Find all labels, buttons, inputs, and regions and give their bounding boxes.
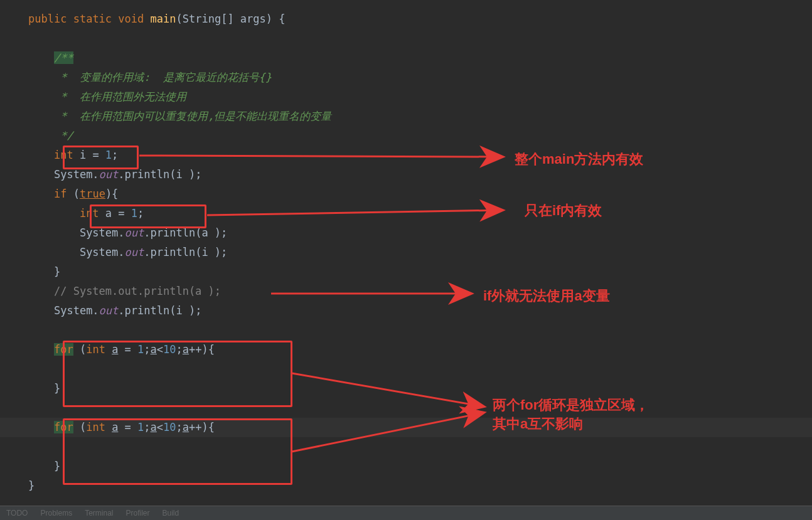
annotation-for-1: 两个for循环是独立区域， [493,396,649,414]
for2-s2: ; [176,421,183,433]
for2-a2: a [151,421,157,433]
for2-int: int [86,421,105,433]
bottom-toolbar[interactable]: TODO Problems Terminal Profiler Build [0,506,812,520]
kw-public: public [28,13,67,25]
doc2: 在作用范围外无法使用 [80,90,186,103]
sig: (String[] args) { [176,13,286,25]
doc2-star: * [54,90,80,103]
kw-for1: for [54,343,73,356]
for2-a1: a [112,421,118,433]
for1-s1: ; [144,343,150,356]
brace3: } [54,460,60,472]
for2-sp [105,421,112,433]
kw-int-a: int [80,207,99,220]
annotation-if-out: if外就无法使用a变量 [483,287,610,305]
kw-int-i: int [54,149,73,161]
problems-tab[interactable]: Problems [40,506,72,520]
doc3-star: * [54,110,80,122]
out4: out [99,304,119,317]
kw-true: true [80,188,105,200]
int-i-rest: i = [73,149,105,161]
println-i3: .println(i ); [118,304,201,317]
semi2: ; [137,207,144,220]
for2-10: 10 [163,421,176,433]
annotation-if: 只在if内有效 [525,202,602,220]
for2-a3: a [183,421,189,433]
kw-for2: for [54,421,73,433]
sys3: System. [80,246,125,258]
doc-close: */ [54,129,73,142]
annotation-for-2: 其中a互不影响 [493,415,583,433]
kw-void: void [118,13,144,25]
code-editor[interactable]: public static void main(String[] args) {… [28,9,331,496]
for1-s2: ; [176,343,183,356]
build-tab[interactable]: Build [163,506,179,520]
doc3: 在作用范围内可以重复使用,但是不能出现重名的变量 [80,110,331,122]
brace4: } [28,479,35,492]
if-paren: ( [67,188,79,200]
kw-if: if [54,188,67,200]
out3: out [125,246,144,258]
for1-1: 1 [137,343,144,356]
if-close: ){ [105,188,118,200]
sys2: System. [80,226,125,239]
num-1b: 1 [131,207,137,220]
brace2: } [54,382,60,395]
kw-static: static [73,13,112,25]
for1-lt: < [157,343,163,356]
for2-lt: < [157,421,163,433]
terminal-tab[interactable]: Terminal [85,506,113,520]
doc-open: /** [54,51,73,64]
for2-inc: ++){ [189,421,215,433]
comment-sysout: // System.out.println(a ); [54,285,221,297]
for1-sp [105,343,112,356]
for2-eq: = [118,421,137,433]
println-a: .println(a ); [144,226,227,239]
for1-10: 10 [163,343,176,356]
for2-open: ( [73,421,86,433]
for1-a3: a [183,343,189,356]
int-a-rest: a = [99,207,131,220]
for1-a2: a [151,343,157,356]
profiler-tab[interactable]: Profiler [126,506,150,520]
println1: .println(i ); [118,168,201,181]
println-i2: .println(i ); [144,246,227,258]
num-1: 1 [105,149,112,161]
annotation-main: 整个main方法内有效 [515,151,643,168]
for2-1: 1 [137,421,144,433]
semi: ; [112,149,118,161]
sys4: System. [54,304,99,317]
for1-eq: = [118,343,137,356]
for1-a1: a [112,343,118,356]
for1-int: int [86,343,105,356]
doc1-star: * [54,71,80,83]
for1-open: ( [73,343,86,356]
for2-s1: ; [144,421,150,433]
todo-tab[interactable]: TODO [6,506,28,520]
for1-inc: ++){ [189,343,215,356]
out1: out [99,168,119,181]
out2: out [125,226,144,239]
method-main: main [151,13,176,25]
doc1: 变量的作用域: 是离它最近的花括号{} [80,71,272,83]
sys1: System. [54,168,99,181]
brace1: } [54,265,60,278]
